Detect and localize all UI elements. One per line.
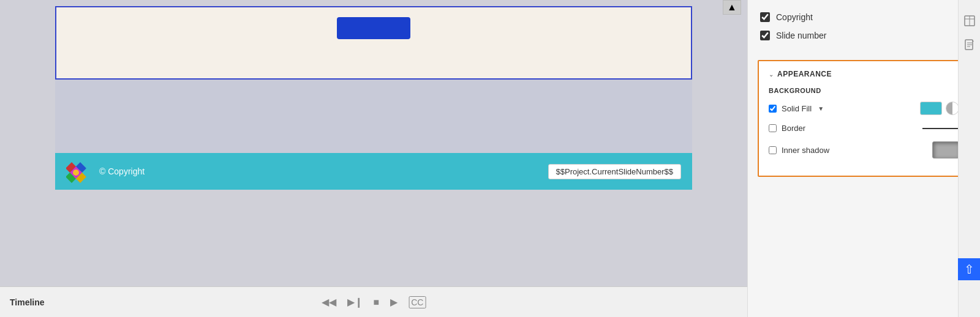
border-label: Border	[782, 124, 805, 133]
slide-number-option-row: Slide number	[760, 31, 968, 40]
copyright-label: Copyright	[776, 12, 813, 22]
solid-fill-color-swatch[interactable]	[920, 102, 942, 115]
solid-fill-left: Solid Fill ▼	[769, 104, 824, 113]
appearance-section: ⌄ APPEARANCE BACKGROUND Solid Fill ▼ Bor…	[758, 60, 970, 177]
scroll-up-button[interactable]: ▲	[723, 0, 741, 15]
solid-fill-checkbox[interactable]	[769, 105, 777, 113]
rewind-button[interactable]: ◀◀	[322, 296, 336, 308]
logo-icon	[66, 158, 93, 185]
slide-top-button[interactable]	[337, 17, 410, 39]
panel-options: Copyright Slide number	[748, 0, 980, 55]
border-line-preview[interactable]	[922, 128, 959, 129]
section-chevron-icon[interactable]: ⌄	[769, 71, 774, 78]
footer-copyright-text: © Copyright	[99, 166, 145, 176]
inner-shadow-right	[932, 141, 959, 158]
stop-button[interactable]: ■	[374, 297, 380, 308]
canvas-scroll-area: © Copyright $$Project.CurrentSlideNumber…	[0, 0, 747, 317]
slide-top	[55, 6, 692, 80]
export-button[interactable]: ⇧	[958, 258, 980, 280]
border-checkbox[interactable]	[769, 124, 777, 132]
copyright-checkbox[interactable]	[760, 12, 770, 22]
timeline-label: Timeline	[10, 297, 45, 307]
captions-button[interactable]: CC	[409, 296, 426, 308]
inner-shadow-preview[interactable]	[932, 141, 959, 158]
border-row: Border	[769, 124, 959, 133]
solid-fill-opacity-swatch[interactable]	[946, 102, 959, 115]
background-subtitle: BACKGROUND	[769, 87, 959, 94]
appearance-section-title: APPEARANCE	[777, 70, 832, 78]
solid-fill-right	[920, 102, 959, 115]
copyright-option-row: Copyright	[760, 12, 968, 22]
border-right	[922, 128, 959, 129]
slide-number-label: Slide number	[776, 31, 827, 40]
scroll-up-icon: ▲	[727, 2, 737, 13]
inner-shadow-label: Inner shadow	[782, 146, 829, 155]
inner-shadow-left: Inner shadow	[769, 146, 829, 155]
solid-fill-label: Solid Fill	[782, 104, 812, 113]
slide-number-checkbox[interactable]	[760, 31, 770, 40]
side-icons-strip: ⇧	[958, 0, 980, 317]
timeline-controls: ◀◀ ▶❙ ■ ▶ CC	[322, 296, 426, 308]
play-pause-button[interactable]: ▶❙	[347, 296, 363, 308]
timeline-bar: Timeline ◀◀ ▶❙ ■ ▶ CC	[0, 286, 747, 317]
table-view-icon[interactable]	[961, 12, 978, 29]
footer-left: © Copyright	[66, 158, 145, 185]
inner-shadow-checkbox[interactable]	[769, 146, 777, 154]
solid-fill-dropdown-icon[interactable]: ▼	[818, 105, 824, 112]
canvas-wrapper: © Copyright $$Project.CurrentSlideNumber…	[0, 0, 747, 317]
solid-fill-row: Solid Fill ▼	[769, 102, 959, 115]
export-icon: ⇧	[964, 262, 974, 277]
play-button[interactable]: ▶	[390, 296, 398, 308]
slide-number-badge: $$Project.CurrentSlideNumber$$	[548, 164, 681, 179]
svg-point-5	[73, 170, 79, 176]
slide-middle	[55, 80, 692, 153]
document-view-icon[interactable]	[961, 37, 978, 54]
right-panel: Copyright Slide number ⌄ APPEARANCE BACK…	[747, 0, 980, 317]
slide-container: © Copyright $$Project.CurrentSlideNumber…	[55, 6, 692, 190]
inner-shadow-row: Inner shadow	[769, 141, 959, 158]
border-left: Border	[769, 124, 805, 133]
section-header: ⌄ APPEARANCE	[769, 70, 959, 78]
slide-footer: © Copyright $$Project.CurrentSlideNumber…	[55, 153, 692, 190]
